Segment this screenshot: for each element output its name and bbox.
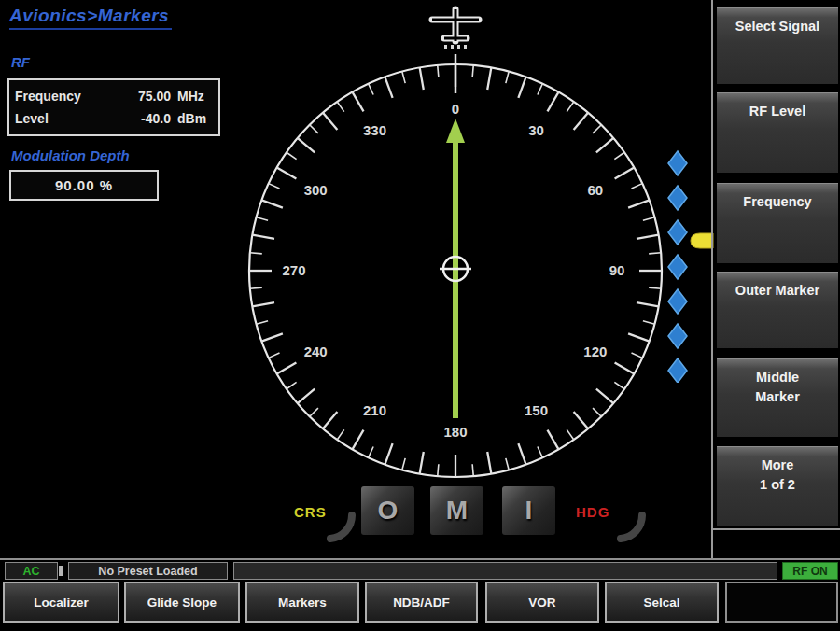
compass-tick [250, 287, 262, 288]
compass-tick [538, 447, 542, 458]
compass-tick [506, 458, 509, 470]
needle-arrowhead [446, 119, 465, 143]
compass-tick [257, 217, 269, 220]
tab-ndb-adf[interactable]: NDB/ADF [365, 582, 478, 623]
tab-markers[interactable]: Markers [245, 582, 359, 623]
compass-tick [323, 412, 337, 428]
power-status-badge: AC [5, 562, 58, 580]
compass-degree-label: 210 [363, 402, 386, 418]
sidebar-divider [713, 528, 840, 530]
compass-tick [593, 408, 601, 416]
deviation-diamond [668, 358, 687, 383]
softkey-sidebar: Select SignalRF LevelFrequencyOuter Mark… [711, 0, 840, 558]
deviation-diamond [668, 255, 687, 279]
heading-knob-label: HDG [576, 504, 609, 520]
compass-tick [298, 138, 315, 152]
compass-tick [472, 65, 473, 77]
compass-tick [548, 92, 559, 112]
compass-tick [261, 333, 283, 341]
tab-glide-slope[interactable]: Glide Slope [124, 582, 240, 623]
compass-tick [438, 464, 439, 476]
compass-degree-label: 60 [587, 182, 603, 198]
softkey-outer-marker[interactable]: Outer Marker [717, 272, 838, 348]
heading-knob-icon [616, 512, 648, 542]
course-knob-icon [326, 512, 357, 542]
compass-tick [628, 333, 650, 341]
compass-tick [538, 84, 542, 95]
compass-tick [487, 452, 491, 474]
softkey-label: Outer Marker [717, 281, 838, 301]
level-row: Level -40.0 dBm [15, 111, 213, 126]
softkey-label: Marker [717, 387, 838, 407]
compass-tick [353, 430, 364, 450]
compass-tick [369, 447, 373, 458]
compass-tick [632, 184, 643, 189]
rf-readout-box: Frequency 75.00 MHz Level -40.0 dBm [7, 78, 220, 136]
compass-tick [385, 77, 392, 98]
aircraft-tail-dash [457, 45, 460, 49]
compass-tick [261, 200, 283, 207]
compass-tick [487, 67, 491, 90]
compass-tick [353, 92, 364, 112]
preset-status: No Preset Loaded [68, 562, 228, 580]
compass-tick [323, 113, 337, 130]
tab-selcal[interactable]: Selcal [605, 582, 719, 623]
compass-tick [614, 382, 624, 388]
compass-degree-label: 270 [282, 262, 305, 278]
softkey-more-1-of-2[interactable]: More1 of 2 [717, 446, 838, 526]
compass-tick [614, 152, 624, 159]
aircraft-tail-dash [444, 45, 447, 49]
compass-tick [420, 67, 424, 90]
compass-tick [385, 443, 392, 465]
statusbar-divider [0, 558, 840, 560]
compass-tick [252, 302, 274, 306]
compass-tick [369, 84, 373, 95]
compass-tick [596, 138, 613, 152]
frequency-row: Frequency 75.00 MHz [15, 89, 213, 104]
compass-tick [250, 253, 262, 254]
compass-rose: 0306090120150180210240270300330 [233, 0, 681, 495]
compass-degree-label: 150 [525, 402, 548, 418]
compass-tick [337, 102, 343, 112]
battery-terminal-icon [59, 566, 63, 576]
compass-tick [472, 464, 473, 476]
softkey-frequency[interactable]: Frequency [717, 183, 838, 263]
compass-degree-label: 30 [528, 122, 544, 138]
softkey-label: More [717, 456, 838, 475]
compass-tick [567, 102, 573, 112]
tab-vor[interactable]: VOR [485, 582, 599, 623]
compass-tick [615, 363, 635, 374]
frequency-value: 75.00 [81, 89, 171, 104]
compass-tick [518, 443, 525, 465]
compass-tick [277, 363, 297, 374]
softkey-select-signal[interactable]: Select Signal [717, 7, 838, 84]
compass-tick [269, 353, 280, 358]
softkey-label: Frequency [717, 192, 838, 212]
compass-tick [574, 113, 588, 130]
softkey-rf-level[interactable]: RF Level [717, 92, 838, 173]
compass-tick [277, 168, 297, 179]
compass-degree-label: 0 [452, 101, 459, 117]
compass-tick [628, 200, 650, 207]
deviation-diamond [668, 324, 687, 348]
tab-localizer[interactable]: Localizer [3, 582, 119, 623]
compass-tick [420, 452, 424, 474]
softkey-label: 1 of 2 [717, 475, 838, 495]
compass-tick [287, 382, 297, 388]
compass-tick [252, 235, 274, 239]
frequency-name: Frequency [15, 89, 81, 104]
compass-tick [337, 429, 343, 440]
rf-section-label: RF [11, 54, 30, 70]
softkey-middle-marker[interactable]: MiddleMarker [717, 358, 838, 437]
level-value: -40.0 [49, 111, 171, 126]
deviation-diamond [668, 289, 687, 314]
compass-tick [402, 72, 405, 84]
empty-tab-slot [725, 582, 838, 623]
compass-tick [596, 389, 613, 403]
level-unit: dBm [177, 111, 213, 126]
compass-tick [548, 430, 559, 450]
modulation-depth-readout: 90.00 % [9, 170, 159, 201]
compass-tick [310, 125, 318, 133]
message-area [233, 562, 777, 580]
modulation-depth-label: Modulation Depth [11, 147, 130, 163]
